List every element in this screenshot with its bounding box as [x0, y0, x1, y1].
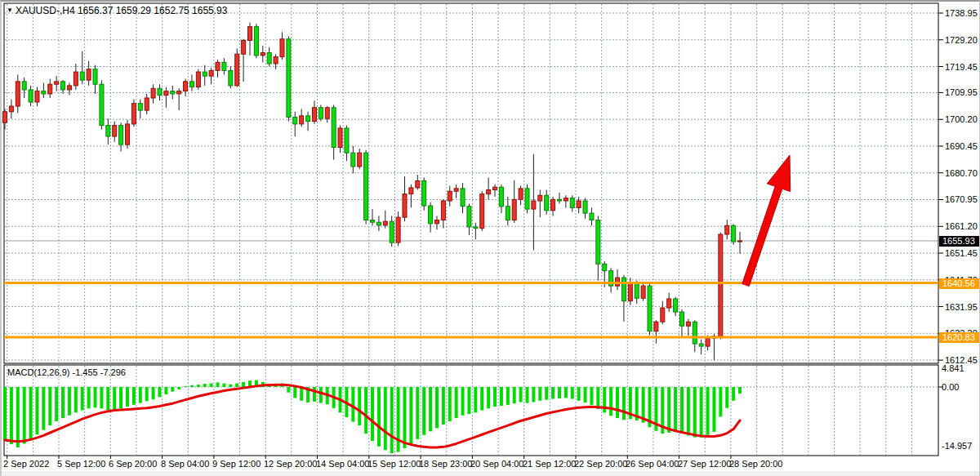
price-axis-label: 1738.95	[945, 8, 978, 18]
price-axis-label: 1670.95	[945, 194, 978, 204]
time-axis-label: 2 Sep 2022	[3, 459, 49, 469]
time-axis-label: 14 Sep 04:00	[316, 459, 369, 469]
macd-pane[interactable]	[4, 365, 938, 456]
symbol-dropdown-icon[interactable]: ▼	[7, 7, 13, 14]
time-axis-label: 6 Sep 20:00	[109, 459, 157, 469]
main-pane[interactable]	[4, 3, 938, 363]
time-axis-label: 12 Sep 20:00	[264, 459, 317, 469]
chart-canvas[interactable]	[2, 2, 980, 476]
price-axis-label: 1651.45	[945, 248, 978, 258]
price-axis-label: 1729.20	[945, 35, 978, 45]
time-axis-label: 8 Sep 04:00	[161, 459, 209, 469]
macd-axis-min: -14.957	[942, 441, 972, 451]
status-strip	[2, 471, 980, 476]
price-axis-label: 1719.45	[945, 62, 978, 72]
price-axis-label: 1661.20	[945, 221, 978, 231]
chart-title-text: XAUUSD-,H4 1656.37 1659.29 1652.75 1655.…	[16, 5, 228, 16]
chart-title: ▼XAUUSD-,H4 1656.37 1659.29 1652.75 1655…	[7, 5, 227, 16]
time-axis-label: 15 Sep 12:00	[368, 459, 421, 469]
macd-axis-max: 4.841	[942, 363, 964, 373]
time-axis-label: 5 Sep 12:00	[57, 459, 105, 469]
current-price-tag: 1655.93	[939, 236, 980, 247]
time-axis-label: 26 Sep 04:00	[626, 459, 679, 469]
price-axis-label: 1700.20	[945, 114, 978, 124]
macd-axis-zero: 0.00	[942, 382, 959, 392]
time-axis-label: 9 Sep 12:00	[212, 459, 261, 469]
orange-line-price-tag: 1640.56	[939, 278, 980, 289]
price-axis-label: 1680.70	[945, 168, 978, 178]
time-axis-label: 22 Sep 20:00	[574, 459, 627, 469]
price-axis-label: 1631.95	[945, 302, 978, 312]
time-axis-label: 20 Sep 04:00	[470, 459, 523, 469]
orange-line-price-tag: 1620.83	[939, 332, 980, 343]
time-axis-label: 18 Sep 23:00	[419, 459, 472, 469]
time-axis-label: 21 Sep 12:00	[523, 459, 576, 469]
price-axis-label: 1690.45	[945, 141, 978, 151]
chart-window: ▼XAUUSD-,H4 1656.37 1659.29 1652.75 1655…	[0, 0, 980, 476]
price-axis-label: 1709.95	[945, 87, 978, 97]
time-axis-label: 28 Sep 20:00	[729, 459, 782, 469]
macd-indicator-label: MACD(12,26,9) -1.455 -7.296	[7, 367, 126, 377]
time-axis-label: 27 Sep 12:00	[678, 459, 731, 469]
